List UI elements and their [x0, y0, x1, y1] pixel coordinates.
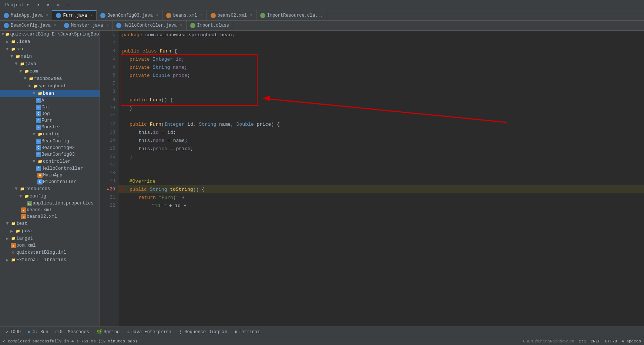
messages-icon: □: [56, 329, 58, 335]
tab-java-enterprise[interactable]: ☕ Java Enterprise: [124, 328, 174, 336]
sidebar-item-controller[interactable]: ▼ 📁 controller: [0, 158, 100, 165]
sidebar-item-HelloController[interactable]: C HelloController: [0, 165, 100, 172]
code-line-1: package com.rainbowsea.springboot.bean;: [122, 31, 644, 39]
sidebar-item-beans02-xml[interactable]: x beans02.xml: [0, 213, 100, 220]
tab-import-class[interactable]: Import.class: [187, 21, 233, 30]
sidebar-item-rainbowsea[interactable]: ▼ 📁 rainbowsea: [0, 75, 100, 82]
tab-run[interactable]: ▶ 4: Run: [25, 328, 51, 336]
sidebar-label: target: [16, 236, 33, 241]
sidebar-item-Furn[interactable]: C Furn: [0, 117, 100, 124]
tab-terminal[interactable]: ▮ Terminal: [232, 328, 263, 336]
code-line-14: this.name = name;: [122, 136, 644, 145]
java-icon: [116, 23, 121, 28]
sidebar-item-HiController[interactable]: C HiController: [0, 179, 100, 185]
tab-todo[interactable]: ✓ TODO: [3, 328, 24, 336]
tab-beanconfig-java[interactable]: BeanConfig.java ×: [0, 21, 60, 30]
class-icon: C: [36, 166, 41, 171]
line-num-1: 1: [100, 31, 118, 39]
folder-icon: 📁: [10, 39, 16, 45]
sidebar-label: A: [41, 98, 44, 103]
tab-close-icon[interactable]: ×: [156, 13, 158, 17]
status-bar: ✓ completed successfully in 4 s 751 ms (…: [0, 337, 644, 345]
sidebar-item-bean[interactable]: ▼ 📁 bean: [0, 90, 100, 97]
sidebar-item-pom-xml[interactable]: x pom.xml: [0, 242, 100, 249]
sync-button[interactable]: ⇄: [44, 1, 51, 9]
sidebar-item-iml[interactable]: ⚙ quickstartBlog.iml: [0, 249, 100, 256]
line-num-19: 19: [100, 177, 118, 185]
code-lines[interactable]: package com.rainbowsea.springboot.bean; …: [118, 31, 644, 327]
sidebar-item-MainApp[interactable]: M MainApp: [0, 172, 100, 179]
sidebar-item-Dog[interactable]: C Dog: [0, 111, 100, 117]
terminal-icon: ▮: [235, 329, 237, 335]
sidebar-item-config[interactable]: ▼ 📁 config: [0, 131, 100, 138]
sidebar-item-A[interactable]: C A: [0, 97, 100, 104]
class-icon: C: [36, 139, 41, 144]
xml-icon: x: [21, 214, 26, 219]
tab-spring[interactable]: 🌿 Spring: [94, 328, 123, 336]
sidebar-label: Furn: [41, 118, 53, 123]
tab-close-icon[interactable]: ×: [250, 13, 252, 17]
tab-messages[interactable]: □ 0: Messages: [53, 328, 92, 336]
sidebar-item-beans-xml[interactable]: x beans.xml: [0, 207, 100, 213]
tab-close-icon[interactable]: ×: [46, 13, 48, 17]
code-line-16: }: [122, 153, 644, 161]
sidebar-label: main: [21, 54, 32, 59]
sidebar-item-Monster[interactable]: C Monster: [0, 124, 100, 131]
tab-beans02-xml[interactable]: beans02.xml ×: [207, 10, 256, 20]
sidebar-item-com[interactable]: ▼ 📁 com: [0, 68, 100, 75]
class-icon: C: [36, 125, 41, 130]
code-line-2: [122, 39, 644, 47]
tab-furn-java[interactable]: Furn.java ×: [52, 10, 97, 20]
sidebar-item-resources[interactable]: ▼ 📁 resources: [0, 185, 100, 193]
sidebar-item-BeanConfig03[interactable]: C BeanConfig03: [0, 151, 100, 158]
tab-sequence-diagram[interactable]: ⋮ Sequence Diagram: [175, 328, 230, 336]
code-editor[interactable]: 1 2 3 4 5 6 7 8 9 10 11 12 13 14 15 16 1…: [100, 31, 644, 327]
main-area: ▼ 📁 quickstartBlog E:\Java\SpringBoot\qu…: [0, 31, 644, 327]
code-line-15: this.price = price;: [122, 145, 644, 153]
sidebar-item-test[interactable]: ▼ 📁 test: [0, 220, 100, 227]
sidebar-item-BeanConfig02[interactable]: C BeanConfig02: [0, 145, 100, 151]
tab-beanconfig03-java[interactable]: BeanConfig03.java ×: [97, 10, 162, 20]
cls-icon: [190, 23, 195, 28]
sidebar-item-config2[interactable]: ▼ 📁 config: [0, 193, 100, 200]
tab-monster-java[interactable]: Monster.java ×: [60, 21, 113, 30]
sidebar-item-main[interactable]: ▼ 📁 main: [0, 53, 100, 60]
tab-beans-xml[interactable]: beans.xml ×: [162, 10, 207, 20]
sidebar-label: Cat: [41, 105, 50, 110]
code-line-8: [122, 88, 644, 96]
tab-close-icon[interactable]: ×: [180, 24, 182, 28]
line-num-6: 6: [100, 71, 118, 80]
sidebar-item-ext-libs[interactable]: ▶ 📁 External Libraries: [0, 256, 100, 264]
sidebar-label: HelloController: [41, 166, 83, 171]
line-num-10: 10: [100, 104, 118, 112]
tab-label: Import.class: [197, 23, 229, 28]
tab-hellocontroller-java[interactable]: HelloController.java ×: [113, 21, 186, 30]
settings-icon[interactable]: ⚙: [54, 1, 61, 9]
status-crlf: CRLF: [591, 339, 600, 344]
tab-close-icon[interactable]: ×: [54, 24, 56, 28]
tab-importresource[interactable]: ImportResource.cla...: [256, 10, 327, 20]
tab-close-icon[interactable]: ×: [90, 14, 93, 18]
sidebar-item-Cat[interactable]: C Cat: [0, 104, 100, 111]
sidebar-item-BeanConfig[interactable]: C BeanConfig: [0, 138, 100, 145]
sidebar-item-idea[interactable]: ▶ 📁 .idea: [0, 38, 100, 45]
sidebar-label: BeanConfig02: [41, 145, 75, 150]
sidebar-label: Monster: [41, 125, 61, 130]
sidebar-item-target[interactable]: ▶ 📁 target: [0, 235, 100, 242]
refresh-button[interactable]: ↺: [34, 1, 41, 9]
sidebar-item-app-props[interactable]: a. application.properties: [0, 200, 100, 207]
project-menu[interactable]: Project ▾: [3, 1, 31, 9]
spring-icon: 🌿: [97, 329, 102, 335]
sidebar-item-test-java[interactable]: ▶ 📁 java: [0, 227, 100, 235]
tab-mainapp-java[interactable]: MainApp.java ×: [0, 10, 52, 20]
tab-close-icon[interactable]: ×: [201, 13, 203, 17]
folder-icon: 📁: [19, 61, 25, 67]
java-icon: [4, 13, 9, 18]
sidebar-label: bean: [43, 91, 54, 96]
sidebar-item-java[interactable]: ▼ 📁 java: [0, 60, 100, 68]
sidebar-item-src[interactable]: ▼ 📁 src: [0, 45, 100, 53]
tab-close-icon[interactable]: ×: [106, 24, 108, 28]
collapse-icon[interactable]: —: [65, 2, 72, 9]
sidebar-item-springboot[interactable]: ▼ 📁 springboot: [0, 82, 100, 90]
sidebar-project-root[interactable]: ▼ 📁 quickstartBlog E:\Java\SpringBoot\qu…: [0, 31, 100, 38]
